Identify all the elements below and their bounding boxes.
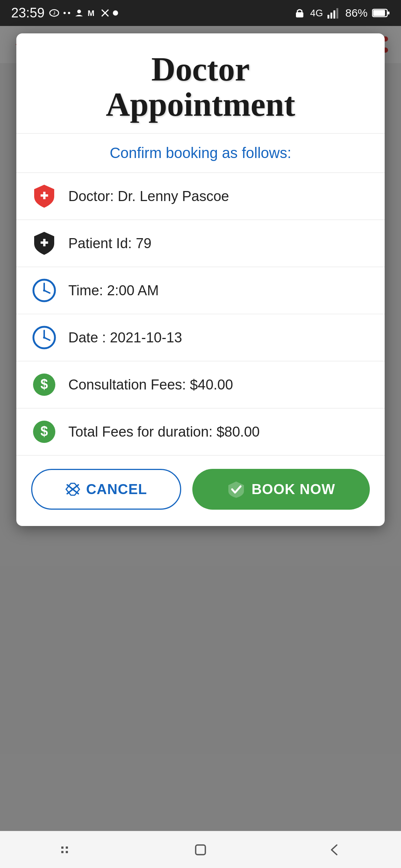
status-right: 4G 86% bbox=[294, 7, 390, 19]
consult-fee-icon-container: $ bbox=[31, 372, 57, 398]
svg-text:$: $ bbox=[40, 377, 48, 392]
svg-rect-11 bbox=[333, 10, 335, 19]
patient-text: Patient Id: 79 bbox=[68, 236, 151, 251]
status-time: 23:59 bbox=[11, 5, 45, 21]
confirm-text-section: Confirm booking as follows: bbox=[16, 134, 385, 173]
confirm-text: Confirm booking as follows: bbox=[110, 145, 291, 161]
svg-text:✚: ✚ bbox=[40, 190, 48, 201]
patient-row: ✚ Patient Id: 79 bbox=[16, 220, 385, 267]
cancel-button[interactable]: CANCEL bbox=[31, 469, 181, 510]
cancel-icon bbox=[65, 483, 80, 496]
total-fee-text: Total Fees for duration: $80.00 bbox=[68, 424, 260, 440]
svg-rect-8 bbox=[296, 12, 303, 17]
dialog-title-section: DoctorAppointment bbox=[16, 33, 385, 134]
svg-rect-44 bbox=[61, 851, 63, 853]
booking-dialog: DoctorAppointment Confirm booking as fol… bbox=[16, 33, 385, 526]
doctor-icon-container: ✚ bbox=[31, 183, 57, 209]
dots-icon bbox=[62, 9, 71, 17]
person-icon bbox=[74, 8, 84, 18]
consultation-fee-text: Consultation Fees: $40.00 bbox=[68, 377, 233, 393]
svg-point-4 bbox=[77, 10, 81, 13]
svg-text:✚: ✚ bbox=[40, 237, 48, 249]
network-label: 4G bbox=[310, 7, 323, 19]
status-left: 23:59 J M bbox=[11, 5, 118, 21]
bottom-nav bbox=[0, 831, 401, 868]
doctor-row: ✚ Doctor: Dr. Lenny Pascoe bbox=[16, 173, 385, 220]
svg-rect-43 bbox=[66, 846, 68, 849]
svg-text:$: $ bbox=[40, 424, 48, 439]
time-icon-container bbox=[31, 277, 57, 303]
doctor-text: Doctor: Dr. Lenny Pascoe bbox=[68, 188, 229, 204]
consultation-fee-row: $ Consultation Fees: $40.00 bbox=[16, 361, 385, 408]
svg-rect-45 bbox=[66, 851, 68, 853]
book-now-label: BOOK NOW bbox=[251, 481, 335, 497]
svg-text:J: J bbox=[53, 11, 55, 15]
nav-menu-button[interactable] bbox=[48, 839, 85, 861]
svg-point-2 bbox=[63, 12, 66, 14]
nav-back-icon bbox=[325, 841, 343, 859]
dot-icon bbox=[113, 10, 118, 16]
svg-rect-42 bbox=[61, 846, 63, 849]
jio-icon: J bbox=[49, 9, 59, 17]
lock-icon bbox=[294, 7, 306, 19]
svg-rect-10 bbox=[330, 13, 332, 19]
shield-red-icon: ✚ bbox=[33, 183, 56, 209]
nav-menu-icon bbox=[58, 841, 76, 859]
date-icon-container bbox=[31, 325, 57, 351]
shield-black-icon: ✚ bbox=[33, 230, 56, 256]
dollar-icon-consultation: $ bbox=[32, 372, 56, 397]
book-now-button[interactable]: BOOK NOW bbox=[192, 469, 370, 510]
clock-icon bbox=[32, 278, 56, 303]
dollar-icon-total: $ bbox=[32, 420, 56, 444]
button-row: CANCEL BOOK NOW bbox=[16, 456, 385, 526]
clock-date-icon bbox=[32, 325, 56, 350]
time-row: Time: 2:00 AM bbox=[16, 267, 385, 314]
svg-point-33 bbox=[43, 289, 45, 292]
svg-rect-15 bbox=[388, 11, 389, 14]
battery-icon bbox=[372, 8, 390, 18]
svg-point-37 bbox=[43, 336, 45, 339]
status-icons: J M bbox=[49, 8, 118, 18]
svg-rect-12 bbox=[336, 8, 338, 19]
signal-x-icon bbox=[100, 8, 110, 18]
date-text: Date : 2021-10-13 bbox=[68, 330, 182, 346]
svg-point-3 bbox=[68, 12, 70, 14]
signal-icon bbox=[327, 7, 341, 19]
total-fee-icon-container: $ bbox=[31, 419, 57, 445]
date-row: Date : 2021-10-13 bbox=[16, 314, 385, 361]
battery-label: 86% bbox=[345, 7, 368, 19]
book-check-icon bbox=[227, 480, 245, 499]
status-bar: 23:59 J M bbox=[0, 0, 401, 26]
time-text: Time: 2:00 AM bbox=[68, 283, 159, 299]
dialog-title: DoctorAppointment bbox=[31, 52, 370, 122]
svg-rect-14 bbox=[373, 10, 385, 16]
cancel-label: CANCEL bbox=[86, 481, 147, 497]
patient-icon-container: ✚ bbox=[31, 230, 57, 256]
nav-back-button[interactable] bbox=[316, 839, 353, 861]
total-fee-row: $ Total Fees for duration: $80.00 bbox=[16, 408, 385, 456]
m-icon: M bbox=[87, 9, 97, 17]
nav-home-button[interactable] bbox=[182, 839, 219, 861]
nav-home-icon bbox=[191, 841, 210, 859]
svg-text:M: M bbox=[88, 9, 94, 17]
svg-rect-46 bbox=[196, 845, 205, 855]
svg-rect-9 bbox=[327, 15, 329, 19]
